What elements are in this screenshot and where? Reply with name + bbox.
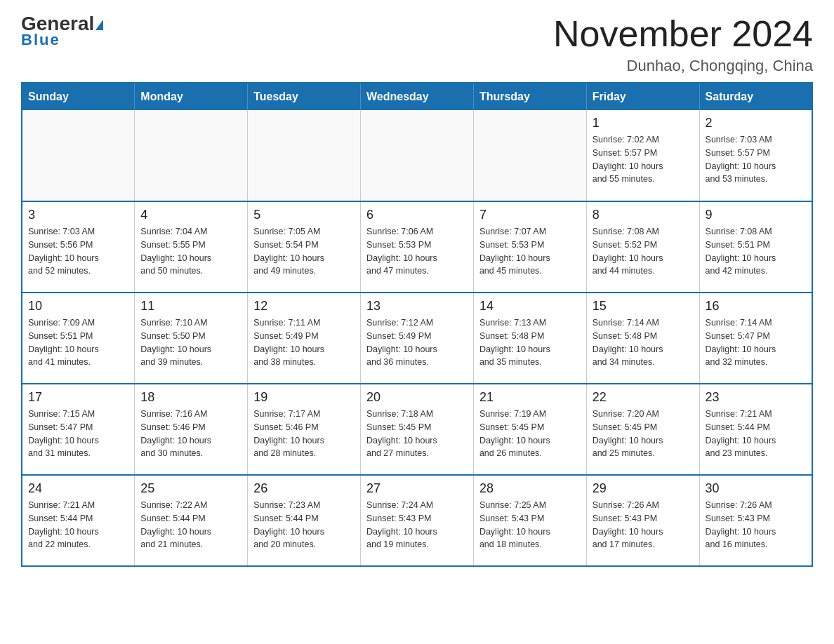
day-number: 4 bbox=[140, 208, 241, 222]
day-info: Sunrise: 7:19 AM Sunset: 5:45 PM Dayligh… bbox=[479, 408, 581, 460]
calendar-cell: 16Sunrise: 7:14 AM Sunset: 5:47 PM Dayli… bbox=[699, 293, 812, 384]
day-number: 3 bbox=[28, 208, 128, 222]
day-number: 28 bbox=[479, 481, 581, 496]
day-info: Sunrise: 7:07 AM Sunset: 5:53 PM Dayligh… bbox=[479, 225, 581, 278]
day-number: 25 bbox=[140, 481, 241, 496]
calendar-cell: 2Sunrise: 7:03 AM Sunset: 5:57 PM Daylig… bbox=[699, 110, 812, 201]
day-number: 1 bbox=[593, 116, 694, 130]
day-info: Sunrise: 7:13 AM Sunset: 5:48 PM Dayligh… bbox=[479, 316, 581, 369]
day-info: Sunrise: 7:08 AM Sunset: 5:51 PM Dayligh… bbox=[706, 225, 806, 278]
calendar-cell: 21Sunrise: 7:19 AM Sunset: 5:45 PM Dayli… bbox=[473, 384, 586, 475]
day-number: 27 bbox=[366, 481, 468, 496]
day-number: 12 bbox=[253, 299, 355, 314]
day-number: 22 bbox=[593, 390, 694, 405]
day-number: 23 bbox=[706, 390, 806, 405]
day-number: 7 bbox=[479, 208, 581, 222]
month-title: November 2024 bbox=[553, 14, 813, 54]
day-info: Sunrise: 7:22 AM Sunset: 5:44 PM Dayligh… bbox=[140, 499, 241, 551]
day-info: Sunrise: 7:03 AM Sunset: 5:57 PM Dayligh… bbox=[706, 133, 806, 186]
calendar-cell: 27Sunrise: 7:24 AM Sunset: 5:43 PM Dayli… bbox=[361, 475, 474, 566]
calendar-cell bbox=[135, 110, 248, 201]
day-number: 2 bbox=[706, 116, 806, 130]
day-number: 6 bbox=[366, 208, 468, 222]
calendar-table: SundayMondayTuesdayWednesdayThursdayFrid… bbox=[21, 82, 813, 567]
day-info: Sunrise: 7:18 AM Sunset: 5:45 PM Dayligh… bbox=[366, 408, 468, 460]
calendar-cell bbox=[473, 110, 586, 201]
day-number: 16 bbox=[706, 299, 806, 314]
day-info: Sunrise: 7:26 AM Sunset: 5:43 PM Dayligh… bbox=[593, 499, 694, 551]
day-info: Sunrise: 7:04 AM Sunset: 5:55 PM Dayligh… bbox=[140, 225, 241, 278]
calendar-cell: 6Sunrise: 7:06 AM Sunset: 5:53 PM Daylig… bbox=[361, 201, 474, 293]
day-info: Sunrise: 7:03 AM Sunset: 5:56 PM Dayligh… bbox=[28, 225, 128, 278]
weekday-header: Wednesday bbox=[361, 83, 474, 110]
day-info: Sunrise: 7:02 AM Sunset: 5:57 PM Dayligh… bbox=[593, 133, 694, 186]
day-number: 15 bbox=[593, 299, 694, 314]
day-number: 10 bbox=[28, 299, 128, 314]
day-number: 17 bbox=[28, 390, 128, 405]
weekday-header: Tuesday bbox=[248, 83, 361, 110]
logo: General Blue bbox=[21, 14, 103, 49]
day-info: Sunrise: 7:24 AM Sunset: 5:43 PM Dayligh… bbox=[366, 499, 468, 551]
calendar-cell: 22Sunrise: 7:20 AM Sunset: 5:45 PM Dayli… bbox=[586, 384, 699, 475]
day-number: 30 bbox=[706, 481, 806, 496]
calendar-cell: 9Sunrise: 7:08 AM Sunset: 5:51 PM Daylig… bbox=[699, 201, 812, 293]
day-info: Sunrise: 7:09 AM Sunset: 5:51 PM Dayligh… bbox=[28, 316, 128, 369]
calendar-cell: 13Sunrise: 7:12 AM Sunset: 5:49 PM Dayli… bbox=[361, 293, 474, 384]
day-number: 20 bbox=[366, 390, 468, 405]
day-info: Sunrise: 7:12 AM Sunset: 5:49 PM Dayligh… bbox=[366, 316, 468, 369]
day-number: 29 bbox=[593, 481, 694, 496]
calendar-cell: 15Sunrise: 7:14 AM Sunset: 5:48 PM Dayli… bbox=[586, 293, 699, 384]
day-number: 5 bbox=[253, 208, 355, 222]
day-info: Sunrise: 7:21 AM Sunset: 5:44 PM Dayligh… bbox=[28, 499, 128, 551]
day-info: Sunrise: 7:05 AM Sunset: 5:54 PM Dayligh… bbox=[253, 225, 355, 278]
calendar-cell: 25Sunrise: 7:22 AM Sunset: 5:44 PM Dayli… bbox=[135, 475, 248, 566]
calendar-cell: 11Sunrise: 7:10 AM Sunset: 5:50 PM Dayli… bbox=[135, 293, 248, 384]
title-section: November 2024 Dunhao, Chongqing, China bbox=[553, 14, 813, 75]
calendar-cell: 10Sunrise: 7:09 AM Sunset: 5:51 PM Dayli… bbox=[22, 293, 135, 384]
day-info: Sunrise: 7:20 AM Sunset: 5:45 PM Dayligh… bbox=[593, 408, 694, 460]
weekday-header: Monday bbox=[135, 83, 248, 110]
calendar-cell: 3Sunrise: 7:03 AM Sunset: 5:56 PM Daylig… bbox=[22, 201, 135, 293]
calendar-cell: 17Sunrise: 7:15 AM Sunset: 5:47 PM Dayli… bbox=[22, 384, 135, 475]
calendar-header-row: SundayMondayTuesdayWednesdayThursdayFrid… bbox=[22, 83, 812, 110]
day-info: Sunrise: 7:15 AM Sunset: 5:47 PM Dayligh… bbox=[28, 408, 128, 460]
calendar-week-row: 17Sunrise: 7:15 AM Sunset: 5:47 PM Dayli… bbox=[22, 384, 812, 475]
calendar-week-row: 3Sunrise: 7:03 AM Sunset: 5:56 PM Daylig… bbox=[22, 201, 812, 293]
day-info: Sunrise: 7:25 AM Sunset: 5:43 PM Dayligh… bbox=[479, 499, 581, 551]
weekday-header: Friday bbox=[586, 83, 699, 110]
day-number: 9 bbox=[706, 208, 806, 222]
day-number: 24 bbox=[28, 481, 128, 496]
calendar-cell: 1Sunrise: 7:02 AM Sunset: 5:57 PM Daylig… bbox=[586, 110, 699, 201]
calendar-cell: 5Sunrise: 7:05 AM Sunset: 5:54 PM Daylig… bbox=[248, 201, 361, 293]
day-number: 26 bbox=[253, 481, 355, 496]
calendar-cell bbox=[248, 110, 361, 201]
day-info: Sunrise: 7:11 AM Sunset: 5:49 PM Dayligh… bbox=[253, 316, 355, 369]
day-info: Sunrise: 7:10 AM Sunset: 5:50 PM Dayligh… bbox=[140, 316, 241, 369]
day-info: Sunrise: 7:26 AM Sunset: 5:43 PM Dayligh… bbox=[706, 499, 806, 551]
calendar-cell: 18Sunrise: 7:16 AM Sunset: 5:46 PM Dayli… bbox=[135, 384, 248, 475]
day-info: Sunrise: 7:14 AM Sunset: 5:48 PM Dayligh… bbox=[593, 316, 694, 369]
calendar-cell: 23Sunrise: 7:21 AM Sunset: 5:44 PM Dayli… bbox=[699, 384, 812, 475]
calendar-cell: 19Sunrise: 7:17 AM Sunset: 5:46 PM Dayli… bbox=[248, 384, 361, 475]
calendar-cell: 28Sunrise: 7:25 AM Sunset: 5:43 PM Dayli… bbox=[473, 475, 586, 566]
calendar-cell: 7Sunrise: 7:07 AM Sunset: 5:53 PM Daylig… bbox=[473, 201, 586, 293]
day-info: Sunrise: 7:08 AM Sunset: 5:52 PM Dayligh… bbox=[593, 225, 694, 278]
weekday-header: Saturday bbox=[699, 83, 812, 110]
calendar-cell: 4Sunrise: 7:04 AM Sunset: 5:55 PM Daylig… bbox=[135, 201, 248, 293]
day-info: Sunrise: 7:14 AM Sunset: 5:47 PM Dayligh… bbox=[706, 316, 806, 369]
day-number: 14 bbox=[479, 299, 581, 314]
calendar-cell bbox=[22, 110, 135, 201]
calendar-cell: 12Sunrise: 7:11 AM Sunset: 5:49 PM Dayli… bbox=[248, 293, 361, 384]
weekday-header: Thursday bbox=[473, 83, 586, 110]
day-info: Sunrise: 7:16 AM Sunset: 5:46 PM Dayligh… bbox=[140, 408, 241, 460]
day-info: Sunrise: 7:21 AM Sunset: 5:44 PM Dayligh… bbox=[706, 408, 806, 460]
day-number: 19 bbox=[253, 390, 355, 405]
day-number: 8 bbox=[593, 208, 694, 222]
calendar-cell: 14Sunrise: 7:13 AM Sunset: 5:48 PM Dayli… bbox=[473, 293, 586, 384]
day-number: 18 bbox=[140, 390, 241, 405]
calendar-week-row: 1Sunrise: 7:02 AM Sunset: 5:57 PM Daylig… bbox=[22, 110, 812, 201]
calendar-cell bbox=[361, 110, 474, 201]
day-number: 13 bbox=[366, 299, 468, 314]
day-number: 11 bbox=[140, 299, 241, 314]
calendar-cell: 30Sunrise: 7:26 AM Sunset: 5:43 PM Dayli… bbox=[699, 475, 812, 566]
